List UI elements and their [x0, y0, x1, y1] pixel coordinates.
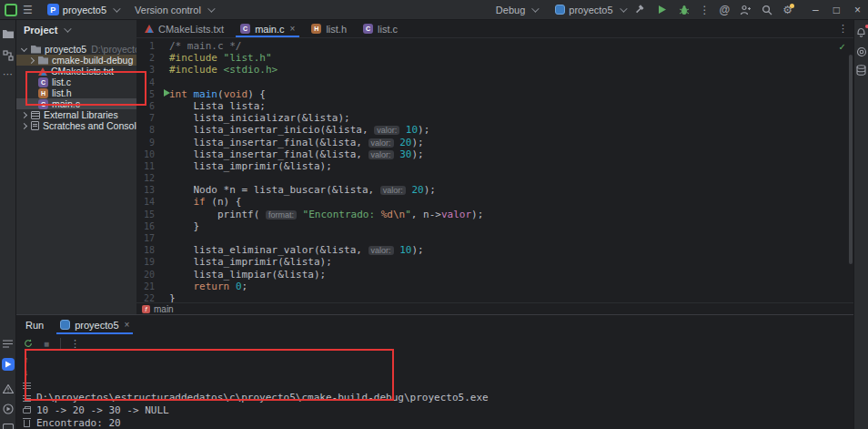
tree-item-cmake-build-debug[interactable]: cmake-build-debug	[16, 55, 136, 66]
ide-window: ☰ P proyecto5 Version control Debug proy…	[0, 0, 868, 429]
code-token: ;	[242, 281, 248, 292]
problems-tool-icon[interactable]	[2, 383, 15, 395]
code-token: return	[194, 281, 230, 292]
run-config-dropdown[interactable]: proyecto5	[555, 5, 624, 15]
chevron-right-icon[interactable]	[28, 56, 35, 63]
code-token: }	[169, 292, 176, 302]
code-text: lista_insertar_final(&lista, valor: 20);	[160, 137, 424, 148]
console-output[interactable]: D:\proyectos\estructuraddedatos\c\proyec…	[36, 353, 853, 429]
tab-label: main.c	[255, 24, 284, 35]
tab-main-c[interactable]: Cmain.c×	[232, 20, 303, 37]
chevron-right-icon[interactable]	[21, 122, 27, 128]
code-token: );	[411, 137, 423, 148]
code-with-me-icon[interactable]	[739, 4, 752, 16]
line-number: 21	[136, 281, 160, 292]
tab-cmakelists-txt[interactable]: CMakeLists.txt	[136, 20, 232, 37]
code-token: lista_insertar_final(&lista,	[169, 137, 368, 148]
tab-list-h[interactable]: Hlist.h	[303, 20, 355, 37]
database-tool-icon[interactable]	[855, 64, 868, 77]
version-control-widget[interactable]: Version control	[135, 5, 213, 15]
tree-item-cmakelists-txt[interactable]: CMakeLists.txt	[16, 66, 136, 77]
version-control-label: Version control	[135, 5, 201, 15]
breadcrumb-item[interactable]: main	[154, 304, 174, 314]
console-line-1: D:\proyectos\estructuraddedatos\c\proyec…	[36, 392, 853, 404]
notifications-bell-icon[interactable]	[855, 26, 868, 38]
project-panel-header[interactable]: Project	[16, 20, 136, 36]
inlay-hint: format:	[266, 210, 297, 220]
run-button-icon[interactable]	[656, 4, 669, 16]
tree-item-list-c[interactable]: Clist.c	[16, 77, 136, 87]
run-tool-icon[interactable]	[2, 358, 15, 371]
tab-options-icon[interactable]: ⋮	[838, 23, 848, 35]
close-icon[interactable]: ×	[125, 320, 130, 330]
debug-button-icon[interactable]	[678, 4, 691, 16]
tab-list-c[interactable]: Clist.c	[355, 20, 406, 37]
code-token: lista_imprimir(&lista);	[169, 160, 332, 172]
run-config-tab[interactable]: proyecto5 ×	[56, 315, 133, 334]
services-tool-icon[interactable]	[2, 403, 15, 415]
project-tree: proyecto5D:\proyectos\estructuracmake-bu…	[16, 44, 136, 131]
code-text: lista_inicializar(&lista);	[160, 112, 350, 124]
code-line-1: 1/* main.c */	[136, 40, 848, 52]
cmake-icon	[145, 25, 154, 33]
code-line-18: 18 lista_eliminar_valor(&lista, valor: 1…	[136, 244, 848, 256]
ai-chat-tool-icon[interactable]	[855, 46, 868, 58]
code-token: #include	[169, 64, 217, 76]
window-minimize-button[interactable]: –	[812, 4, 819, 16]
code-text	[160, 172, 169, 184]
editor-scrollbar[interactable]	[849, 55, 853, 264]
build-hammer-icon[interactable]	[634, 4, 647, 16]
chevron-down-icon[interactable]	[21, 45, 27, 51]
window-maximize-button[interactable]: □	[833, 4, 840, 16]
search-everywhere-icon[interactable]	[761, 4, 773, 16]
project-widget[interactable]: P proyecto5	[47, 4, 118, 15]
right-tool-strip	[853, 20, 868, 429]
tab-label: list.c	[378, 24, 398, 35]
run-more-options-icon[interactable]: ⋮	[70, 338, 80, 350]
code-token: lista_insertar_final(&lista,	[169, 148, 368, 160]
chevron-down-icon	[207, 5, 215, 12]
window-close-button[interactable]: ×	[854, 4, 861, 16]
code-line-22: 22}	[136, 292, 848, 302]
rerun-icon[interactable]	[24, 339, 33, 348]
run-panel-title: Run	[25, 320, 44, 331]
terminal-tool-icon[interactable]	[2, 422, 15, 429]
ai-assistant-icon[interactable]: @	[720, 5, 731, 15]
up-stacktrace-icon[interactable]: ↑	[22, 355, 31, 364]
clear-all-icon[interactable]	[22, 419, 31, 428]
tree-item-external-libraries[interactable]: External Libraries	[16, 109, 136, 120]
settings-gear-icon[interactable]: ⚙	[782, 5, 792, 15]
tree-item-main-c[interactable]: Cmain.c	[16, 98, 136, 109]
chevron-right-icon[interactable]	[21, 111, 27, 117]
print-icon[interactable]	[22, 406, 31, 415]
code-token: "Encontrado:	[303, 209, 381, 220]
code-token: lista_insertar_inicio(&lista,	[169, 124, 374, 136]
close-icon[interactable]: ×	[290, 24, 296, 34]
h-file-icon: H	[311, 24, 321, 34]
app-logo-icon	[5, 4, 17, 16]
code-token: lista_inicializar(&lista);	[169, 112, 350, 124]
chevron-down-icon	[620, 5, 627, 12]
code-line-10: 10 lista_insertar_final(&lista, valor: 3…	[136, 148, 848, 160]
todo-tool-icon[interactable]	[2, 337, 15, 350]
stop-icon[interactable]: ■	[42, 339, 51, 348]
tabbar-options: ⋮	[838, 20, 853, 37]
commit-tool-icon[interactable]	[2, 49, 15, 62]
code-token: printf(	[169, 209, 266, 220]
more-tool-windows-icon[interactable]: ⋯	[2, 67, 15, 80]
code-text: /* main.c */	[160, 40, 241, 52]
main-menu-icon[interactable]: ☰	[23, 5, 33, 15]
more-actions-icon[interactable]: ⋮	[700, 5, 711, 15]
run-line-icon[interactable]	[164, 89, 170, 97]
code-editor[interactable]: 1/* main.c */2#include "list.h"3#include…	[136, 39, 848, 302]
line-number: 9	[136, 137, 160, 148]
scroll-to-end-icon[interactable]	[22, 393, 31, 403]
down-stacktrace-icon[interactable]: ↓	[22, 368, 31, 377]
debug-mode-dropdown[interactable]: Debug	[496, 5, 537, 15]
soft-wrap-icon[interactable]	[22, 381, 31, 390]
run-tool-window: Run proyecto5 × ■ ⋮ ↑ ↓ D:\proyectos\e	[16, 314, 853, 429]
tree-item-list-h[interactable]: Hlist.h	[16, 87, 136, 98]
tree-item-proyecto5[interactable]: proyecto5D:\proyectos\estructura	[16, 44, 136, 55]
tree-item-scratches-and-consoles[interactable]: Scratches and Consoles	[16, 120, 136, 131]
project-tool-icon[interactable]	[2, 27, 15, 40]
